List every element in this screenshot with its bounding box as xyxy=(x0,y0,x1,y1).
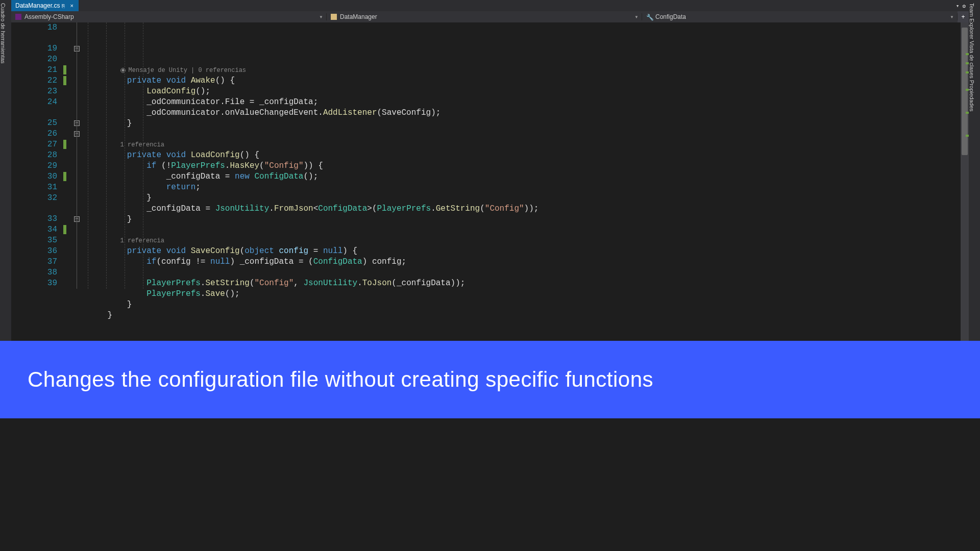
codelens-hint[interactable]: 1 referencia xyxy=(83,236,961,246)
chevron-down-icon[interactable]: ▼ xyxy=(319,15,323,19)
vertical-scrollbar[interactable] xyxy=(961,22,969,341)
code-line[interactable]: } xyxy=(83,310,961,321)
code-line[interactable]: LoadConfig(); xyxy=(83,86,961,97)
change-indicator xyxy=(966,89,969,91)
code-line[interactable]: private void LoadConfig() { xyxy=(83,150,961,161)
wrench-icon: 🔧 xyxy=(646,14,652,20)
breadcrumb-member-label: ConfigData xyxy=(655,13,686,20)
document-tab-bar: DataManager.cs ⎘ × ▾ ✿ xyxy=(11,0,969,11)
code-line[interactable] xyxy=(83,267,961,278)
fold-column: −−−− xyxy=(72,22,83,341)
code-line[interactable]: if(config != null) _configData = (Config… xyxy=(83,257,961,267)
code-line[interactable]: } xyxy=(83,193,961,204)
split-editor-button[interactable]: + xyxy=(958,11,969,22)
navigation-breadcrumb: Assembly-CSharp ▼ DataManager ▼ 🔧 Config… xyxy=(11,11,969,22)
ide-window: Cuadro de herramientas DataManager.cs ⎘ … xyxy=(0,0,980,341)
pin-icon[interactable]: ⎘ xyxy=(62,3,67,9)
settings-icon[interactable]: ✿ xyxy=(962,3,966,9)
side-panels-tabs[interactable]: Team Explorer Vista de clases Propiedade… xyxy=(969,0,980,341)
change-markers xyxy=(62,22,72,341)
code-line[interactable]: _configData = JsonUtility.FromJson<Confi… xyxy=(83,204,961,214)
chevron-down-icon[interactable]: ▼ xyxy=(950,15,954,19)
code-editor[interactable]: 1819202122232425262728293031323334353637… xyxy=(11,22,969,341)
code-line[interactable] xyxy=(83,129,961,140)
editor-pane: DataManager.cs ⎘ × ▾ ✿ Assembly-CSharp ▼… xyxy=(11,0,969,341)
code-line[interactable]: PlayerPrefs.Save(); xyxy=(83,289,961,299)
change-indicator xyxy=(966,62,969,64)
code-line[interactable]: _odCommunicator.onValueChangedEvent.AddL… xyxy=(83,108,961,118)
code-line[interactable]: if (!PlayerPrefs.HasKey("Config")) { xyxy=(83,161,961,171)
breadcrumb-project[interactable]: Assembly-CSharp ▼ xyxy=(11,13,327,20)
code-line[interactable]: PlayerPrefs.SetString("Config", JsonUtil… xyxy=(83,278,961,289)
toolbox-panel-tab[interactable]: Cuadro de herramientas xyxy=(0,0,11,341)
change-indicator xyxy=(966,53,969,55)
code-area[interactable]: ⬢Mensaje de Unity | 0 referencias privat… xyxy=(83,22,961,341)
code-line[interactable]: _configData = new ConfigData(); xyxy=(83,171,961,182)
csharp-project-icon xyxy=(15,14,21,20)
code-line[interactable] xyxy=(83,55,961,65)
code-line[interactable]: _odCommunicator.File = _configData; xyxy=(83,97,961,108)
close-icon[interactable]: × xyxy=(69,3,74,9)
change-indicator xyxy=(966,135,969,137)
caption-banner: Changes the configuration file without c… xyxy=(0,341,980,418)
code-line[interactable]: } xyxy=(83,214,961,225)
code-line[interactable]: } xyxy=(83,299,961,310)
tab-filename: DataManager.cs xyxy=(15,2,60,9)
file-tab-datamanager[interactable]: DataManager.cs ⎘ × xyxy=(11,0,79,11)
codelens-hint[interactable]: 1 referencia xyxy=(83,140,961,150)
codelens-hint[interactable]: ⬢Mensaje de Unity | 0 referencias xyxy=(83,65,961,76)
change-indicator xyxy=(966,112,969,114)
code-line[interactable]: return; xyxy=(83,182,961,193)
code-line[interactable]: private void SaveConfig(object config = … xyxy=(83,246,961,257)
breadcrumb-member[interactable]: 🔧 ConfigData ▼ xyxy=(642,13,958,20)
breadcrumb-class-label: DataManager xyxy=(340,13,377,20)
class-icon xyxy=(331,14,337,20)
chevron-down-icon[interactable]: ▼ xyxy=(634,15,639,19)
tab-overflow-icon[interactable]: ▾ xyxy=(956,3,960,9)
code-line[interactable]: private void Awake() { xyxy=(83,76,961,86)
change-indicator xyxy=(966,71,969,73)
caption-text: Changes the configuration file without c… xyxy=(28,367,653,392)
breadcrumb-project-label: Assembly-CSharp xyxy=(24,13,74,20)
code-line[interactable]: } xyxy=(83,118,961,129)
breadcrumb-class[interactable]: DataManager ▼ xyxy=(327,13,642,20)
code-line[interactable] xyxy=(83,225,961,236)
line-number-gutter: 1819202122232425262728293031323334353637… xyxy=(11,22,62,341)
unity-message-icon: ⬢ xyxy=(120,68,126,73)
